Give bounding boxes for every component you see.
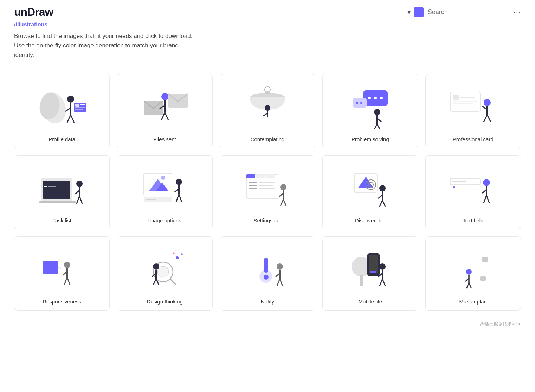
svg-line-158 — [466, 283, 469, 288]
svg-line-102 — [382, 200, 385, 207]
svg-rect-31 — [353, 98, 367, 108]
card-label: Responsiveness — [43, 299, 81, 305]
card-label: Master plan — [459, 299, 487, 305]
svg-line-135 — [277, 279, 280, 286]
svg-point-105 — [453, 186, 455, 188]
card-profile-data[interactable]: Profile data — [14, 74, 110, 148]
svg-line-6 — [71, 115, 74, 123]
card-files-sent[interactable]: Files sent — [117, 74, 212, 148]
illustration-profile-data — [20, 81, 104, 131]
svg-rect-80 — [266, 174, 275, 178]
svg-point-106 — [483, 179, 490, 186]
svg-rect-111 — [43, 261, 58, 274]
card-image-options[interactable]: Image options — [117, 155, 212, 229]
svg-point-144 — [379, 263, 386, 270]
svg-line-51 — [480, 103, 484, 106]
card-mobile-life[interactable]: Mobile life — [322, 236, 418, 311]
card-label: Professional card — [453, 136, 494, 142]
svg-point-132 — [277, 263, 283, 270]
svg-rect-8 — [75, 104, 79, 107]
card-label: Text field — [463, 217, 483, 223]
card-responsiveness[interactable]: Responsiveness — [14, 236, 110, 311]
illustration-files-sent — [123, 81, 206, 131]
illustration-master-plan — [431, 244, 515, 293]
svg-rect-143 — [370, 271, 376, 273]
illustrations-grid: Profile data Files sent — [0, 60, 535, 321]
svg-point-98 — [379, 185, 386, 191]
card-settings-tab[interactable]: Settings tab — [220, 155, 315, 229]
svg-point-2 — [67, 96, 74, 103]
illustration-image-options — [123, 163, 206, 212]
card-contemplating[interactable]: Contemplating — [220, 74, 315, 148]
svg-line-64 — [77, 196, 79, 204]
svg-line-37 — [374, 125, 377, 129]
svg-line-38 — [377, 125, 380, 129]
svg-rect-140 — [369, 255, 378, 273]
svg-line-110 — [486, 195, 489, 203]
svg-line-50 — [487, 115, 491, 122]
svg-point-34 — [374, 109, 380, 115]
watermark: @稀土掘金技术社区 — [0, 321, 535, 331]
svg-line-136 — [280, 279, 283, 286]
svg-point-28 — [368, 97, 371, 99]
card-label: Contemplating — [251, 136, 285, 142]
svg-point-46 — [484, 99, 491, 106]
svg-line-49 — [484, 115, 487, 122]
header: unDraw ▼ ··· — [0, 0, 535, 19]
illustration-problem-solving — [328, 81, 412, 131]
svg-point-89 — [280, 184, 286, 190]
svg-line-115 — [64, 277, 67, 285]
svg-rect-152 — [482, 257, 488, 262]
svg-point-32 — [356, 102, 358, 104]
illustration-settings-tab — [226, 163, 309, 212]
card-problem-solving[interactable]: Problem solving — [322, 74, 418, 148]
card-label: Notify — [261, 299, 274, 305]
svg-point-119 — [181, 253, 183, 255]
illustration-mobile-life — [328, 244, 412, 293]
route-label: /illustrations — [14, 21, 521, 28]
header-right: ▼ ··· — [407, 7, 521, 17]
svg-line-147 — [380, 279, 382, 286]
illustration-responsiveness — [20, 244, 104, 293]
svg-line-109 — [484, 195, 486, 203]
illustration-discoverable — [328, 163, 412, 212]
card-text-field[interactable]: Text field — [425, 155, 521, 229]
card-task-list[interactable]: Task list — [14, 155, 110, 229]
svg-point-131 — [264, 275, 269, 280]
watermark-text: @稀土掘金技术社区 — [480, 321, 521, 327]
more-icon[interactable]: ··· — [514, 8, 521, 17]
card-master-plan[interactable]: Master plan — [425, 236, 521, 311]
page-description: Browse to find the images that fit your … — [14, 31, 197, 60]
illustration-text-field — [431, 163, 515, 212]
svg-rect-153 — [480, 276, 486, 281]
svg-point-61 — [76, 181, 83, 187]
svg-point-69 — [161, 176, 165, 180]
illustration-notify — [226, 244, 309, 293]
svg-line-24 — [263, 113, 268, 116]
svg-line-123 — [170, 279, 176, 285]
card-label: Image options — [148, 217, 181, 223]
card-notify[interactable]: Notify — [220, 236, 315, 311]
dropdown-arrow-icon: ▼ — [407, 9, 412, 15]
svg-point-30 — [380, 97, 383, 99]
svg-line-117 — [58, 267, 63, 269]
svg-line-76 — [179, 194, 182, 202]
svg-line-116 — [67, 277, 70, 285]
svg-point-112 — [64, 262, 70, 268]
card-label: Task list — [53, 217, 71, 223]
card-discoverable[interactable]: Discoverable — [322, 155, 418, 229]
svg-rect-79 — [256, 174, 265, 178]
svg-line-65 — [79, 196, 82, 204]
card-label: Settings tab — [253, 217, 281, 223]
color-swatch[interactable] — [414, 7, 424, 17]
svg-rect-130 — [264, 258, 268, 273]
card-design-thinking[interactable]: Design thinking — [117, 236, 212, 311]
card-professional-card[interactable]: Professional card — [425, 74, 521, 148]
svg-line-48 — [482, 106, 487, 110]
svg-point-124 — [153, 263, 159, 270]
search-input[interactable] — [428, 8, 509, 16]
card-label: Profile data — [49, 136, 75, 142]
color-picker[interactable]: ▼ — [407, 7, 424, 17]
logo: unDraw — [14, 6, 53, 19]
svg-line-92 — [281, 200, 283, 206]
